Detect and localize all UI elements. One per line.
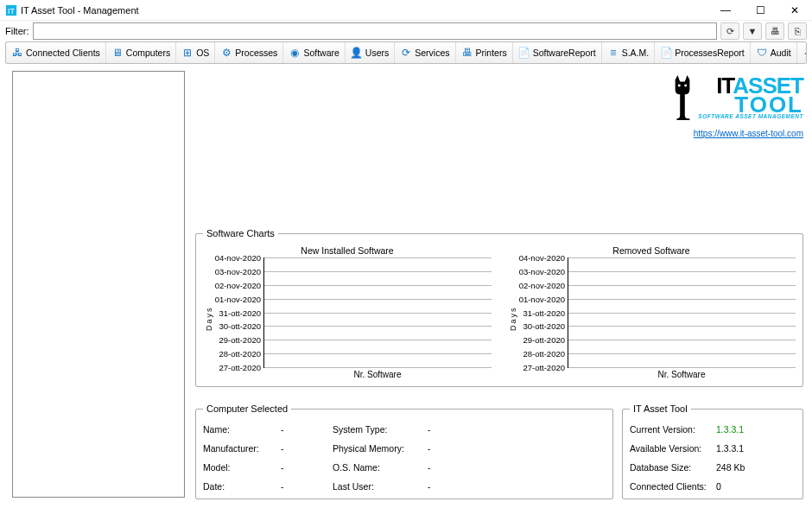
value-current-version: 1.3.3.1 bbox=[716, 424, 785, 435]
label-available-version: Available Version: bbox=[630, 443, 716, 454]
value-db-size: 248 Kb bbox=[716, 462, 785, 473]
value-model: - bbox=[281, 462, 333, 473]
label-manufacturer: Manufacturer: bbox=[203, 443, 281, 454]
label-db-size: Database Size: bbox=[630, 462, 716, 473]
chart-tick: 30-ott-2020 bbox=[219, 321, 264, 331]
toolbar-label: Services bbox=[415, 48, 449, 58]
toolbar-services[interactable]: ⟳Services bbox=[395, 42, 455, 63]
toolbar-processes[interactable]: ⚙Processes bbox=[215, 42, 283, 63]
toolbar-sam[interactable]: ≡S.A.M. bbox=[602, 42, 656, 63]
sam-icon: ≡ bbox=[607, 47, 619, 59]
chart-tick: 27-ott-2020 bbox=[523, 363, 568, 372]
website-link[interactable]: https://www.it-asset-tool.com bbox=[694, 129, 803, 138]
software-report-icon: 📄 bbox=[518, 47, 530, 59]
label-model: Model: bbox=[203, 462, 281, 473]
computer-selected-legend: Computer Selected bbox=[203, 403, 291, 414]
minimize-button[interactable]: — bbox=[708, 0, 743, 21]
toolbar-label: ProcessesReport bbox=[675, 48, 745, 58]
chart-tick: 31-ott-2020 bbox=[523, 308, 568, 317]
chart-tick: 01-nov-2020 bbox=[519, 294, 568, 303]
chart-xlabel: Nr. Software bbox=[568, 370, 796, 379]
toolbar-label: Audit bbox=[771, 48, 791, 58]
filter-row: Filter: ⟳ ▼ 🖶 ⎘ bbox=[0, 21, 812, 41]
label-lastuser: Last User: bbox=[333, 481, 428, 492]
svg-text:IT: IT bbox=[8, 6, 15, 15]
tree-panel[interactable] bbox=[12, 71, 185, 498]
chart-ylabel: Days bbox=[203, 257, 215, 379]
computers-icon: 🖥 bbox=[111, 47, 124, 59]
label-physmem: Physical Memory: bbox=[333, 443, 428, 454]
printers-icon: 🖶 bbox=[461, 47, 473, 59]
filter-input[interactable] bbox=[33, 22, 718, 40]
software-icon: ◉ bbox=[289, 47, 301, 59]
toolbar-software-report[interactable]: 📄SoftwareReport bbox=[513, 42, 602, 63]
toolbar-label: Connected Clients bbox=[26, 48, 100, 58]
chart-tick: 04-nov-2020 bbox=[519, 253, 568, 263]
filter-label: Filter: bbox=[5, 26, 29, 36]
chart-tick: 04-nov-2020 bbox=[215, 253, 264, 263]
processes-icon: ⚙ bbox=[220, 47, 232, 59]
computer-selected-group: Computer Selected Name: - System Type: -… bbox=[195, 403, 613, 499]
services-icon: ⟳ bbox=[400, 47, 412, 59]
maximize-button[interactable]: ☐ bbox=[743, 0, 777, 21]
print-icon[interactable]: 🖶 bbox=[765, 22, 784, 40]
toolbar-processes-report[interactable]: 📄ProcessesReport bbox=[655, 42, 751, 63]
chart-xlabel: Nr. Software bbox=[263, 370, 492, 379]
toolbar-label: Users bbox=[365, 48, 389, 58]
toolbar-users[interactable]: 👤Users bbox=[346, 42, 395, 63]
value-connected-clients: 0 bbox=[716, 481, 785, 492]
filter-icon[interactable]: ▼ bbox=[743, 22, 762, 40]
chart-tick: 29-ott-2020 bbox=[219, 335, 264, 345]
value-systype: - bbox=[428, 424, 462, 435]
chart-tick: 27-ott-2020 bbox=[219, 363, 264, 372]
chart-tick: 01-nov-2020 bbox=[215, 294, 264, 303]
label-name: Name: bbox=[203, 424, 281, 435]
toolbar-label: OS bbox=[196, 48, 209, 58]
chart-removed: Removed SoftwareDays04-nov-202003-nov-20… bbox=[507, 245, 796, 379]
value-name: - bbox=[281, 424, 333, 435]
window-title: IT Asset Tool - Management bbox=[21, 5, 139, 16]
toolbar-label: Computers bbox=[126, 48, 170, 58]
toolbar-software[interactable]: ◉Software bbox=[283, 42, 345, 63]
toolbar-audit[interactable]: 🛡Audit bbox=[751, 42, 797, 63]
toolbar-os[interactable]: ⊞OS bbox=[176, 42, 215, 63]
export-icon[interactable]: ⎘ bbox=[788, 22, 807, 40]
chart-ylabel: Days bbox=[507, 257, 519, 379]
label-systype: System Type: bbox=[333, 424, 428, 435]
chart-tick: 28-ott-2020 bbox=[523, 349, 568, 359]
refresh-icon[interactable]: ⟳ bbox=[720, 22, 739, 40]
toolbar: 🖧Connected Clients🖥Computers⊞OS⚙Processe… bbox=[5, 41, 807, 64]
chart-plot: 04-nov-202003-nov-202002-nov-202001-nov-… bbox=[568, 257, 796, 368]
chart-tick: 29-ott-2020 bbox=[523, 335, 568, 345]
toolbar-label: SoftwareReport bbox=[533, 48, 596, 58]
value-available-version: 1.3.3.1 bbox=[716, 443, 785, 454]
chart-tick: 03-nov-2020 bbox=[215, 266, 264, 276]
it-asset-tool-legend: IT Asset Tool bbox=[630, 403, 691, 414]
processes-report-icon: 📄 bbox=[660, 47, 672, 59]
value-osname: - bbox=[428, 462, 462, 473]
value-lastuser: - bbox=[428, 481, 462, 492]
toolbar-connected-clients[interactable]: 🖧Connected Clients bbox=[6, 42, 106, 63]
content-area: ITASSET TOOL SOFTWARE ASSET MANAGEMENT h… bbox=[0, 64, 812, 508]
toolbar-printers[interactable]: 🖶Printers bbox=[456, 42, 513, 63]
value-physmem: - bbox=[428, 443, 462, 454]
toolbar-alert[interactable]: ◀Alert bbox=[797, 42, 807, 63]
connected-clients-icon: 🖧 bbox=[11, 47, 23, 59]
chart-tick: 02-nov-2020 bbox=[519, 280, 568, 289]
os-icon: ⊞ bbox=[181, 47, 193, 59]
app-icon: IT bbox=[5, 4, 17, 16]
it-asset-tool-group: IT Asset Tool Current Version: 1.3.3.1 A… bbox=[622, 403, 803, 499]
chart-plot: 04-nov-202003-nov-202002-nov-202001-nov-… bbox=[263, 257, 492, 368]
label-osname: O.S. Name: bbox=[333, 462, 428, 473]
toolbar-computers[interactable]: 🖥Computers bbox=[106, 42, 176, 63]
value-manufacturer: - bbox=[281, 443, 333, 454]
chart-tick: 28-ott-2020 bbox=[219, 349, 264, 359]
titlebar: IT IT Asset Tool - Management — ☐ ✕ bbox=[0, 0, 812, 21]
chart-new-installed: New Installed SoftwareDays04-nov-202003-… bbox=[203, 245, 492, 379]
close-button[interactable]: ✕ bbox=[777, 0, 812, 21]
svg-point-3 bbox=[685, 85, 688, 87]
value-date: - bbox=[281, 481, 333, 492]
software-charts-group: Software Charts New Installed SoftwareDa… bbox=[195, 228, 803, 387]
logo-block: ITASSET TOOL SOFTWARE ASSET MANAGEMENT h… bbox=[657, 71, 803, 140]
toolbar-label: Software bbox=[303, 48, 339, 58]
